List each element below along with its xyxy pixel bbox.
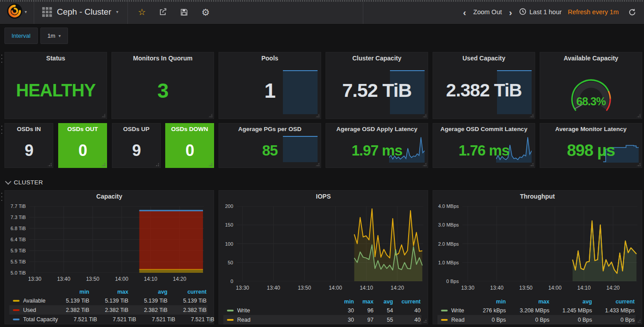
time-forward-icon[interactable]: ›	[508, 8, 513, 17]
legend-series-label[interactable]: Used	[23, 307, 36, 313]
legend-value: 7.521 TiB	[97, 316, 136, 323]
legend-header-max[interactable]: max	[89, 289, 128, 295]
dashboard-title[interactable]: Ceph - Cluster	[57, 7, 111, 17]
legend-value: 2.382 TiB	[89, 307, 128, 313]
panel-title[interactable]: Available Capacity	[540, 52, 642, 64]
panel-title[interactable]: OSDs OUT	[59, 124, 107, 135]
panel-title[interactable]: Cluster Capacity	[326, 52, 428, 64]
x-tick-label: 14:10	[353, 285, 380, 291]
refresh-icon[interactable]	[628, 8, 636, 16]
legend-value: 276 kBps	[467, 307, 506, 314]
chart-plot-area[interactable]	[29, 206, 204, 273]
gear-settings-icon[interactable]: ⚙	[201, 8, 210, 17]
panel-title[interactable]: IOPS	[219, 191, 428, 202]
x-tick-label: 14:10	[137, 276, 164, 282]
legend-series-label[interactable]: Total Capacity	[23, 316, 58, 323]
row-cluster-toggle[interactable]: CLUSTER	[5, 177, 43, 187]
legend-series-dash	[441, 319, 448, 321]
refresh-interval-button[interactable]: Refresh every 1m	[568, 8, 619, 16]
legend-header-current[interactable]: current	[592, 299, 635, 305]
x-tick-label: 13:30	[454, 285, 481, 291]
panel-resize-handle[interactable]	[636, 113, 641, 118]
chart-plot-area[interactable]	[462, 206, 637, 281]
legend-value: 0 Bps	[592, 317, 635, 323]
interval-value: 1m	[48, 32, 56, 39]
panel-monitors-in-quorum: Monitors In Quorum 3	[111, 52, 214, 119]
chevron-down-icon: ▾	[116, 10, 119, 14]
star-favorite-icon[interactable]: ☆	[138, 8, 146, 16]
interval-variable-dropdown[interactable]: 1m ▾	[40, 28, 68, 44]
panel-avg-pgs-per-osd: Agerage PGs per OSD 85	[219, 123, 321, 168]
panel-title[interactable]: Pools	[219, 52, 321, 64]
monitor-latency-value: 898 µs	[540, 133, 642, 167]
time-range-picker[interactable]: Last 1 hour	[519, 8, 562, 16]
panel-title[interactable]: OSDs DOWN	[166, 124, 214, 135]
legend-value: 55	[374, 317, 393, 323]
legend-series-label[interactable]: Available	[23, 298, 46, 304]
panel-title[interactable]: Agerage OSD Apply Latency	[326, 124, 428, 135]
y-tick-label: 5.0 TiB	[5, 270, 26, 275]
row-drag-handle[interactable]	[0, 191, 3, 203]
panel-title[interactable]: Status	[5, 52, 107, 64]
panel-osds-in: OSDs IN 9	[4, 123, 53, 168]
interval-variable-label[interactable]: Interval	[4, 28, 38, 44]
panel-title[interactable]: Average Monitor Latency	[540, 124, 642, 135]
legend-value: 7.521 TiB	[136, 316, 175, 323]
legend-header-current[interactable]: current	[167, 289, 207, 295]
grafana-menu-button[interactable]: ▾	[0, 0, 34, 24]
legend-row: Total Capacity7.521 TiB7.521 TiB7.521 Ti…	[9, 315, 207, 324]
panel-resize-handle[interactable]	[422, 318, 427, 323]
x-tick-label: 13:30	[229, 285, 256, 291]
legend-header-avg[interactable]: avg	[549, 299, 592, 305]
grafana-dashboard: ▾ Ceph - Cluster ▾ ☆	[0, 0, 644, 327]
status-value: HEALTHY	[5, 62, 107, 119]
y-tick-label: 6.8 TiB	[5, 226, 26, 231]
legend-value: 54	[374, 307, 393, 314]
row-drag-handle[interactable]	[0, 124, 3, 136]
chevron-down-icon: ▾	[24, 10, 27, 14]
legend-header-avg[interactable]: avg	[374, 299, 393, 305]
legend-value: 2.382 TiB	[50, 307, 89, 313]
panel-capacity-chart: Capacity 7.7 TiB7.3 TiB6.8 TiB6.4 TiB5.9…	[4, 190, 214, 324]
panel-title[interactable]: Throughput	[433, 191, 642, 202]
osds-up-value: 9	[112, 133, 160, 167]
panel-title[interactable]: Capacity	[5, 191, 214, 202]
panel-title[interactable]: OSDs IN	[5, 124, 53, 135]
share-icon[interactable]	[159, 8, 167, 16]
x-tick-label: 14:00	[108, 276, 135, 282]
legend-series-label[interactable]: Write	[451, 307, 464, 314]
available-capacity-value: 68.3%	[540, 95, 642, 108]
legend-value: 1.433 MBps	[592, 307, 635, 314]
panel-title[interactable]: Agerage OSD Commit Latency	[433, 124, 535, 135]
time-back-icon[interactable]: ‹	[462, 8, 467, 17]
panel-title[interactable]: Agerage PGs per OSD	[219, 124, 321, 135]
panel-title[interactable]: Monitors In Quorum	[112, 52, 214, 64]
legend-header-current[interactable]: current	[393, 299, 421, 305]
zoom-out-button[interactable]: Zoom Out	[473, 8, 502, 16]
legend-series-label[interactable]: Read	[237, 317, 250, 323]
legend-header-min[interactable]: min	[467, 299, 506, 305]
panel-resize-handle[interactable]	[636, 318, 641, 323]
legend-series-label[interactable]: Write	[237, 307, 250, 314]
panel-title[interactable]: OSDs UP	[112, 124, 160, 135]
save-icon[interactable]	[180, 8, 188, 16]
legend-header-min[interactable]: min	[50, 289, 89, 295]
legend-header-avg[interactable]: avg	[128, 289, 167, 295]
legend-value: 97	[354, 317, 374, 323]
legend-value: 7.521 TiB	[175, 316, 215, 323]
y-tick-label: 0	[219, 279, 233, 284]
row-drag-handle[interactable]	[0, 53, 3, 65]
dashboard-picker[interactable]: Ceph - Cluster ▾	[34, 0, 128, 24]
chart-plot-area[interactable]	[237, 206, 423, 281]
panel-title[interactable]: Used Capacity	[433, 52, 535, 64]
panel-available-capacity: Available Capacity 68.3%	[540, 52, 642, 119]
legend-value: 30	[334, 317, 354, 323]
legend-series-label[interactable]: Read	[451, 317, 465, 323]
legend-header-min[interactable]: min	[334, 299, 354, 305]
chart-legend: minmaxavgcurrentWrite276 kBps3.208 MBps1…	[437, 297, 636, 324]
legend-series-dash	[227, 319, 234, 321]
legend-header-max[interactable]: max	[354, 299, 374, 305]
x-tick-label: 13:40	[50, 276, 77, 282]
used-capacity-value: 2.382 TiB	[433, 62, 535, 119]
legend-header-max[interactable]: max	[506, 299, 549, 305]
